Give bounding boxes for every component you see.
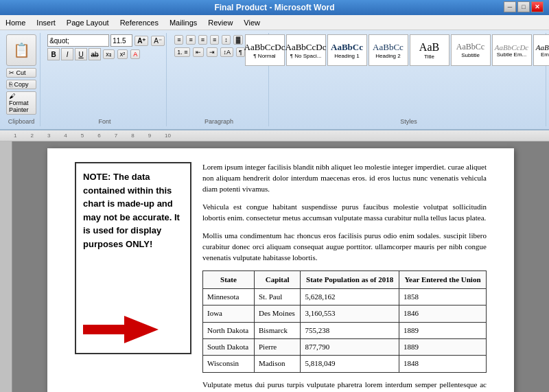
menu-home[interactable]: Home xyxy=(0,17,31,28)
align-center-button[interactable]: ≡ xyxy=(186,35,195,45)
table-cell-3-1: Pierre xyxy=(254,339,300,356)
shading-button[interactable]: ▓ xyxy=(233,35,244,45)
note-box: NOTE: The data contained within this cha… xyxy=(75,162,191,354)
ruler: 12345678910 xyxy=(0,130,549,141)
format-painter-button[interactable]: 🖌 Format Painter xyxy=(6,91,36,115)
paragraph-3: Mollis uma condimentum hac rhoncus eros … xyxy=(202,231,487,264)
arrow-head xyxy=(124,316,159,343)
table-cell-2-0: North Dakota xyxy=(203,322,255,338)
style-no-spacing[interactable]: AaBbCcDc ¶ No Spaci... xyxy=(286,34,326,66)
maximize-button[interactable]: □ xyxy=(517,1,530,12)
font-size-input[interactable] xyxy=(110,34,132,47)
table-cell-4-1: Madison xyxy=(254,356,300,372)
scroll-area[interactable]: NOTE: The data contained within this cha… xyxy=(12,141,549,392)
style-subtitle[interactable]: AaBbCc Subtitle xyxy=(451,34,491,66)
font-name-input[interactable] xyxy=(47,34,109,47)
italic-button[interactable]: I xyxy=(61,48,73,60)
ribbon-group-styles: AaBbCcDc ¶ Normal AaBbCcDc ¶ No Spaci...… xyxy=(272,33,546,126)
table-row: WisconsinMadison5,818,0491848 xyxy=(203,356,487,372)
table-row: IowaDes Moines3,160,5531846 xyxy=(203,305,487,322)
table-header-population: State Population as of 2018 xyxy=(301,270,399,288)
align-left-button[interactable]: ≡ xyxy=(174,35,183,45)
paragraph-1: Lorem ipsum integer facilisis blandit ni… xyxy=(202,162,487,195)
menu-page-layout[interactable]: Page Layout xyxy=(61,17,115,28)
font-grow-button[interactable]: A⁺ xyxy=(135,36,148,46)
table-row: South DakotaPierre877,7901889 xyxy=(203,339,487,356)
style-heading2[interactable]: AaBbCc Heading 2 xyxy=(369,34,408,66)
menu-references[interactable]: References xyxy=(115,17,164,28)
window-controls[interactable]: ─ □ ✕ xyxy=(504,1,544,12)
table-cell-1-3: 1846 xyxy=(399,305,486,322)
table-cell-1-0: Iowa xyxy=(203,305,255,322)
table-cell-3-3: 1889 xyxy=(399,339,486,356)
left-sidebar xyxy=(0,141,12,392)
underline-button[interactable]: U xyxy=(75,48,87,60)
main-content: Lorem ipsum integer facilisis blandit ni… xyxy=(202,162,487,392)
clipboard-label: Clipboard xyxy=(8,118,35,125)
ribbon-content: 📋 ✂ Cut ⎘ Copy 🖌 Format Painter Clipboar… xyxy=(0,32,549,128)
ruler-marks: 12345678910 xyxy=(14,132,185,139)
data-table: State Capital State Population as of 201… xyxy=(202,270,487,373)
align-right-button[interactable]: ≡ xyxy=(198,35,207,45)
style-heading1[interactable]: AaBbCc Heading 1 xyxy=(327,34,367,66)
subscript-button[interactable]: x₂ xyxy=(103,49,115,59)
ribbon-group-font: A⁺ A⁻ B I U ab x₂ x² A Font xyxy=(43,33,167,126)
menu-insert[interactable]: Insert xyxy=(31,17,61,28)
outdent-button[interactable]: ⇤ xyxy=(193,47,204,57)
menu-mailings[interactable]: Mailings xyxy=(164,17,202,28)
table-cell-1-1: Des Moines xyxy=(254,305,300,322)
line-spacing-button[interactable]: ↕ xyxy=(222,35,231,45)
table-cell-0-1: St. Paul xyxy=(254,288,300,305)
arrow-container xyxy=(83,316,159,343)
table-cell-3-0: South Dakota xyxy=(203,339,255,356)
indent-button[interactable]: ⇥ xyxy=(207,47,218,57)
font-group-label: Font xyxy=(99,118,111,125)
table-cell-4-3: 1848 xyxy=(399,356,486,372)
style-normal[interactable]: AaBbCcDc ¶ Normal xyxy=(245,34,285,66)
document-page: NOTE: The data contained within this cha… xyxy=(47,148,514,392)
window-title: Final Product - Microsoft Word xyxy=(214,3,334,12)
table-cell-2-3: 1889 xyxy=(399,322,486,338)
note-text: NOTE: The data contained within this cha… xyxy=(83,172,180,249)
page-content-layout: NOTE: The data contained within this cha… xyxy=(75,162,487,392)
table-cell-0-2: 5,628,162 xyxy=(301,288,399,305)
styles-group-label: Styles xyxy=(400,118,417,125)
superscript-button[interactable]: x² xyxy=(117,49,128,59)
style-emphasis[interactable]: AaBbCcDc Emphasis xyxy=(533,34,550,66)
justify-button[interactable]: ≡ xyxy=(210,35,219,45)
style-gallery: AaBbCcDc ¶ Normal AaBbCcDc ¶ No Spaci...… xyxy=(245,34,550,66)
arrow-shaft xyxy=(83,325,124,334)
table-row: North DakotaBismarck755,2381889 xyxy=(203,322,487,338)
font-color-button[interactable]: A xyxy=(130,49,140,59)
table-header-capital: Capital xyxy=(254,270,300,288)
table-cell-4-2: 5,818,049 xyxy=(301,356,399,372)
table-cell-3-2: 877,790 xyxy=(301,339,399,356)
ribbon-group-clipboard: 📋 ✂ Cut ⎘ Copy 🖌 Format Painter Clipboar… xyxy=(3,33,40,126)
paragraph-2: Vehicula est congue habitant suspendisse… xyxy=(202,202,487,224)
table-cell-4-0: Wisconsin xyxy=(203,356,255,372)
minimize-button[interactable]: ─ xyxy=(504,1,516,12)
font-shrink-button[interactable]: A⁻ xyxy=(151,36,165,46)
menu-review[interactable]: Review xyxy=(202,17,238,28)
copy-button[interactable]: ⎘ Copy xyxy=(6,80,36,89)
table-cell-0-3: 1858 xyxy=(399,288,486,305)
paragraph-4: Vulputate metus dui purus turpis vulputa… xyxy=(202,380,487,392)
strikethrough-button[interactable]: ab xyxy=(89,48,101,60)
close-button[interactable]: ✕ xyxy=(531,1,544,12)
title-bar: Final Product - Microsoft Word ─ □ ✕ xyxy=(0,0,549,15)
table-cell-2-2: 755,238 xyxy=(301,322,399,338)
document-area: NOTE: The data contained within this cha… xyxy=(0,141,549,392)
menu-view[interactable]: View xyxy=(238,17,266,28)
numbering-button[interactable]: 1. ≡ xyxy=(174,47,190,57)
cut-button[interactable]: ✂ Cut xyxy=(6,68,36,78)
menu-bar: Home Insert Page Layout References Maili… xyxy=(0,15,549,30)
table-cell-1-2: 3,160,553 xyxy=(301,305,399,322)
bold-button[interactable]: B xyxy=(47,48,60,60)
table-row: MinnesotaSt. Paul5,628,1621858 xyxy=(203,288,487,305)
table-cell-2-1: Bismarck xyxy=(254,322,300,338)
style-title[interactable]: AaB Title xyxy=(410,34,449,66)
sort-button[interactable]: ↕A xyxy=(220,47,233,57)
table-cell-0-0: Minnesota xyxy=(203,288,255,305)
style-subtle-emphasis[interactable]: AaBbCcDc Subtle Em... xyxy=(492,34,532,66)
paste-button[interactable]: 📋 xyxy=(6,34,36,66)
